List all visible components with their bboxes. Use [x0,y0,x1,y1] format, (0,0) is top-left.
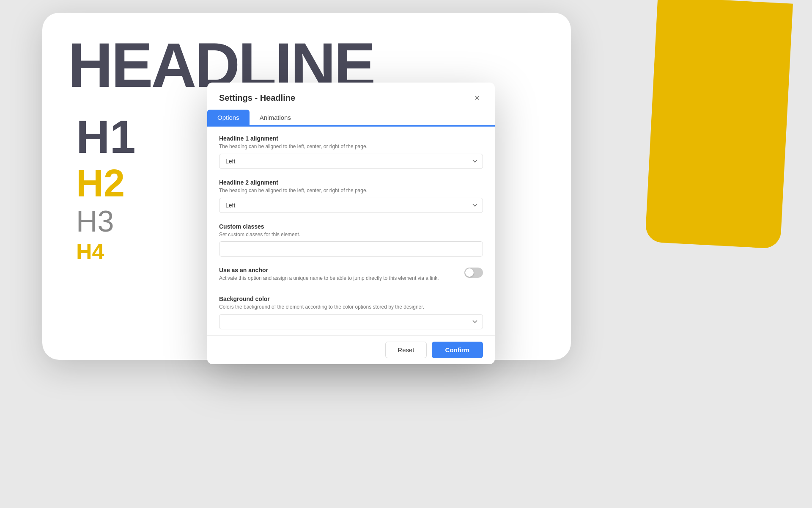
background-color-label: Background color [219,295,483,302]
setting-use-as-anchor: Use as an anchor Activate this option an… [219,267,483,285]
headline2-alignment-desc: The heading can be aligned to the left, … [219,187,483,194]
settings-dialog: Settings - Headline × Options Animations… [207,83,495,364]
custom-classes-label: Custom classes [219,223,483,230]
headline2-alignment-select[interactable]: Left Center Right [219,198,483,213]
tab-animations[interactable]: Animations [250,110,301,125]
yellow-accent [645,0,793,249]
background-color-select[interactable]: Primary Secondary Dark Light [219,314,483,329]
setting-custom-classes: Custom classes Set custom classes for th… [219,223,483,257]
headline2-alignment-label: Headline 2 alignment [219,179,483,186]
use-as-anchor-row: Use as an anchor Activate this option an… [219,267,483,285]
reset-button[interactable]: Reset [385,342,426,358]
setting-background-color: Background color Colors the background o… [219,295,483,329]
dialog-title: Settings - Headline [219,93,295,103]
setting-headline2-alignment: Headline 2 alignment The heading can be … [219,179,483,213]
dialog-footer: Reset Confirm [207,335,495,364]
headline1-alignment-label: Headline 1 alignment [219,135,483,142]
headline1-alignment-desc: The heading can be aligned to the left, … [219,143,483,150]
dialog-body: Headline 1 alignment The heading can be … [207,127,495,335]
dialog-tabs: Options Animations [207,110,495,127]
headline1-alignment-select[interactable]: Left Center Right [219,154,483,169]
setting-headline1-alignment: Headline 1 alignment The heading can be … [219,135,483,169]
close-button[interactable]: × [471,92,483,104]
confirm-button[interactable]: Confirm [432,342,483,358]
tab-options[interactable]: Options [207,110,250,125]
dialog-header: Settings - Headline × [207,83,495,104]
use-as-anchor-desc: Activate this option and assign a unique… [219,275,456,282]
custom-classes-input[interactable] [219,241,483,257]
custom-classes-desc: Set custom classes for this element. [219,231,483,238]
use-as-anchor-toggle[interactable] [464,268,483,278]
background-color-desc: Colors the background of the element acc… [219,304,483,311]
use-as-anchor-label: Use as an anchor [219,267,456,273]
